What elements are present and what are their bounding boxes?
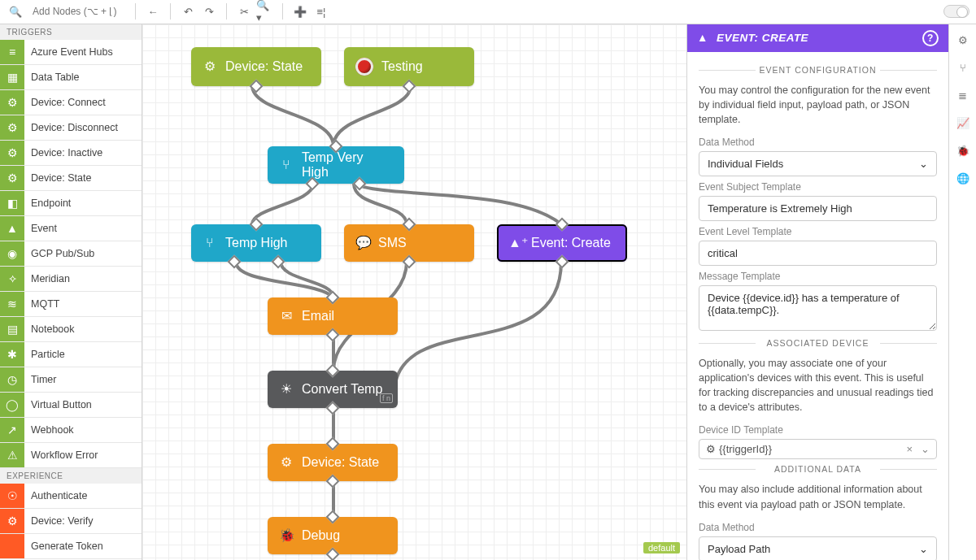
node-event-create[interactable]: ▲⁺ Event: Create <box>497 224 627 262</box>
palette-item-icon: ≋ <box>0 292 24 316</box>
palette-item-icon: ◯ <box>0 393 24 417</box>
node-label: Device: State <box>225 59 303 74</box>
event-subject-input[interactable] <box>699 196 937 221</box>
palette-item[interactable]: ▤Notebook <box>0 317 142 342</box>
palette-item[interactable]: ⚙Device: State <box>0 166 142 191</box>
section-desc: Optionally, you may associate one of you… <box>699 356 937 415</box>
select-value: Individual Fields <box>708 158 783 170</box>
palette-item[interactable]: ≋MQTT <box>0 292 142 317</box>
field-label: Event Subject Template <box>699 181 937 193</box>
chat-icon: 💬 <box>355 235 370 250</box>
palette-item[interactable]: ◯Virtual Button <box>0 393 142 418</box>
palette-group-triggers: TRIGGERS <box>0 24 142 40</box>
node-label: Testing <box>381 59 423 74</box>
zoom-button[interactable]: 🔍▾ <box>256 2 274 20</box>
palette-item-label: Device: Verify <box>31 515 93 527</box>
toggle-switch[interactable] <box>943 5 969 18</box>
undo-button[interactable]: ↶ <box>179 2 197 20</box>
palette-item-label: Azure Event Hubs <box>31 46 113 58</box>
bug-icon: 🐞 <box>279 527 294 543</box>
palette-item-label: Endpoint <box>31 198 71 209</box>
palette-item-icon: ◉ <box>0 241 24 266</box>
help-button[interactable]: ? <box>922 30 939 46</box>
cut-button[interactable]: ✂ <box>235 2 253 20</box>
chevron-down-icon: ⌄ <box>919 158 928 170</box>
sun-icon: ☀ <box>279 381 294 397</box>
palette-item[interactable]: Generate Token <box>0 534 142 559</box>
palette-item[interactable]: ⚙Device: Disconnect <box>0 115 142 141</box>
panel-title: EVENT: CREATE <box>717 32 808 44</box>
palette-item-icon <box>0 534 24 558</box>
debug-tab[interactable]: 🐞 <box>955 143 971 159</box>
redo-button[interactable]: ↷ <box>200 2 218 20</box>
field-label: Message Template <box>699 271 937 282</box>
palette-item[interactable]: ⚙Device: Connect <box>0 90 142 115</box>
node-search[interactable] <box>28 4 127 19</box>
palette-item[interactable]: ✱Particle <box>0 342 142 367</box>
section-desc: You may also include additional informat… <box>699 482 937 511</box>
clear-icon[interactable]: × <box>906 443 913 455</box>
add-button[interactable]: ➕ <box>291 2 309 20</box>
palette-item-label: Particle <box>31 349 65 360</box>
mail-icon: ✉ <box>279 308 294 323</box>
palette-item[interactable]: ◉GCP Pub/Sub <box>0 241 142 267</box>
palette-item[interactable]: ⚙Device: Inactive <box>0 141 142 166</box>
palette-item-icon: ≡ <box>0 40 24 64</box>
node-device-state-trigger[interactable]: ⚙ Device: State <box>191 47 321 86</box>
workflow-canvas[interactable]: ⚙ Device: State Testing ⑂ Temp Very High… <box>142 24 686 560</box>
palette-item[interactable]: ↗Webhook <box>0 418 142 443</box>
message-template-input[interactable] <box>699 285 937 331</box>
node-temp-high[interactable]: ⑂ Temp High <box>191 224 321 262</box>
palette-item-label: Authenticate <box>31 490 88 501</box>
palette-item-icon: ✱ <box>0 342 24 367</box>
node-temp-very-high[interactable]: ⑂ Temp Very High <box>268 146 404 184</box>
palette-item[interactable]: ▦Data Table <box>0 65 142 90</box>
palette-group-experience: EXPERIENCE <box>0 468 142 484</box>
node-email[interactable]: ✉ Email <box>268 297 398 335</box>
palette-item-icon: ▦ <box>0 65 24 89</box>
palette-item[interactable]: ▲Event <box>0 216 142 241</box>
palette-item[interactable]: ◧Endpoint <box>0 191 142 216</box>
gear-icon: ⚙ <box>203 59 217 74</box>
storage-tab[interactable]: ≣ <box>955 88 971 104</box>
field-label: Event Level Template <box>699 226 937 237</box>
align-button[interactable]: ≡¦ <box>312 2 330 20</box>
node-testing[interactable]: Testing <box>344 47 474 86</box>
data-method-select[interactable]: Individual Fields ⌄ <box>699 151 937 176</box>
node-device-state-action[interactable]: ⚙ Device: State <box>268 444 398 481</box>
palette-item[interactable]: ⚙Device: Verify <box>0 509 142 534</box>
palette-item-label: Device: Inactive <box>31 147 102 158</box>
section-desc: You may control the configuration for th… <box>699 83 937 127</box>
palette-item[interactable]: ≡Azure Event Hubs <box>0 40 142 65</box>
chevron-down-icon[interactable]: ⌄ <box>921 443 930 455</box>
palette-item-icon: ⚙ <box>0 90 24 115</box>
extra-data-method-select[interactable]: Payload Path ⌄ <box>699 536 937 560</box>
alert-icon: ▲ <box>697 32 708 44</box>
node-convert-temp[interactable]: ☀ Convert Temp f n <box>268 371 398 408</box>
node-debug[interactable]: 🐞 Debug <box>268 517 398 554</box>
node-label: Device: State <box>302 455 379 470</box>
palette-item[interactable]: ⚠Workflow Error <box>0 443 142 468</box>
palette-item-label: Notebook <box>31 323 75 335</box>
palette-item[interactable]: ◷Timer <box>0 367 142 393</box>
section-title-device: ASSOCIATED DEVICE <box>699 338 937 348</box>
versions-tab[interactable]: ⑂ <box>955 60 971 76</box>
node-label: Convert Temp <box>302 382 382 397</box>
node-search-input[interactable] <box>33 6 122 17</box>
palette-item-icon: ↗ <box>0 418 24 442</box>
device-id-input[interactable]: ⚙{{triggerId}} ×⌄ <box>699 439 937 459</box>
section-title-extra: ADDITIONAL DATA <box>699 464 937 474</box>
metrics-tab[interactable]: 📈 <box>955 115 971 132</box>
globe-tab[interactable]: 🌐 <box>955 171 971 187</box>
node-sms[interactable]: 💬 SMS <box>344 224 474 262</box>
gear-icon: ⚙ <box>706 443 716 455</box>
palette-item[interactable]: ☉Authenticate <box>0 484 142 509</box>
palette-item[interactable]: ⟡Meridian <box>0 267 142 292</box>
back-button[interactable]: ← <box>144 2 162 20</box>
event-level-input[interactable] <box>699 241 937 266</box>
settings-tab[interactable]: ⚙ <box>955 33 971 49</box>
gear-icon: ⚙ <box>279 454 294 470</box>
palette-item-label: Event <box>31 223 57 234</box>
chevron-down-icon: ⌄ <box>919 543 928 555</box>
palette-item-label: Device: State <box>31 172 91 184</box>
